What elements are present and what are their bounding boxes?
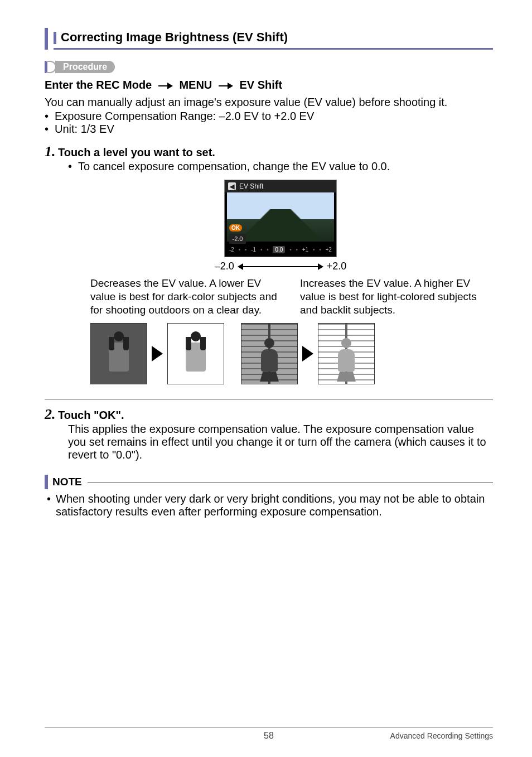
figure-silhouette (107, 331, 131, 384)
title-inner: Correcting Image Brightness (EV Shift) (54, 28, 493, 50)
scale-p1: +1 (302, 247, 308, 253)
explain-decrease: Decreases the EV value. A lower EV value… (90, 277, 283, 316)
step-1-sub-bullet: To cancel exposure compensation, change … (68, 160, 493, 173)
illus-backlit-before (241, 323, 298, 384)
screenshot-header: ◀ EV Shift (225, 180, 336, 192)
figure-silhouette (336, 338, 357, 383)
breadcrumb-part-3: EV Shift (239, 79, 282, 91)
page: Correcting Image Brightness (EV Shift) P… (0, 0, 532, 757)
title-accent-bar (45, 28, 48, 50)
explain-row: Decreases the EV value. A lower EV value… (90, 277, 493, 316)
figure-silhouette (183, 331, 208, 384)
arrow-icon (158, 83, 173, 89)
back-icon[interactable]: ◀ (228, 182, 236, 190)
page-title: Correcting Image Brightness (EV Shift) (61, 28, 288, 48)
axis-left-label: –2.0 (215, 261, 234, 272)
procedure-arc-decor (51, 61, 56, 73)
scale-n2: -2 (229, 247, 234, 253)
scale-n1: -1 (251, 247, 256, 253)
illus-dark-before (90, 323, 147, 384)
title-bar: Correcting Image Brightness (EV Shift) (45, 28, 493, 50)
footer: 58 Advanced Recording Settings (45, 727, 493, 740)
illus-group-decrease (90, 323, 224, 384)
step-2-text: This applies the exposure compensation v… (68, 423, 493, 461)
intro-text: You can manually adjust an image's expos… (45, 96, 493, 109)
breadcrumb-part-2: MENU (179, 79, 212, 91)
note-body: When shooting under very dark or very br… (47, 493, 493, 518)
arrow-icon (219, 83, 233, 89)
double-arrow-icon (239, 266, 322, 267)
scale-zero: 0.0 (273, 246, 285, 253)
scale-tick: • (313, 247, 315, 253)
ok-button[interactable]: OK (229, 224, 242, 232)
scale-p2: +2 (325, 247, 331, 253)
illus-backlit-after (318, 323, 375, 384)
axis-row: –2.0 +2.0 (215, 261, 347, 272)
page-number: 58 (264, 731, 274, 741)
scale-tick: • (267, 247, 269, 253)
explain-increase: Increases the EV value. A higher EV valu… (300, 277, 493, 316)
procedure-label: Procedure (55, 61, 115, 73)
bullet-exposure-range: Exposure Compensation Range: –2.0 EV to … (45, 110, 493, 123)
note-header: NOTE (45, 475, 493, 489)
arrow-icon (302, 346, 313, 361)
step-2: 2. Touch "OK". This applies the exposure… (45, 406, 493, 461)
step-1-body: To cancel exposure compensation, change … (68, 160, 493, 384)
intro-bullet-list: Exposure Compensation Range: –2.0 EV to … (45, 110, 493, 136)
scale-tick: • (289, 247, 292, 253)
bullet-unit: Unit: 1/3 EV (45, 123, 493, 136)
note-accent-bar (45, 475, 48, 489)
procedure-label-row: Procedure (45, 61, 493, 73)
ev-shift-screenshot: ◀ EV Shift OK -2.0 -2 • • -1 • • (224, 180, 337, 257)
divider (45, 399, 493, 399)
step-2-body: This applies the exposure compensation v… (68, 423, 493, 461)
screenshot-title: EV Shift (239, 182, 263, 190)
scale-tick: • (239, 247, 241, 253)
step-1-number: 1. (45, 143, 56, 160)
footer-section: Advanced Recording Settings (390, 731, 493, 740)
arrow-icon (152, 346, 163, 361)
scale-tick: • (260, 247, 263, 253)
note-label: NOTE (52, 476, 82, 488)
scale-tick: • (245, 247, 247, 253)
screenshot-wrap: ◀ EV Shift OK -2.0 -2 • • -1 • • (68, 180, 493, 272)
step-2-title: Touch "OK". (58, 409, 124, 421)
title-accent-bar-2 (54, 32, 56, 44)
breadcrumb: Enter the REC Mode MENU EV Shift (45, 79, 493, 91)
axis-right-label: +2.0 (327, 261, 347, 272)
figure-silhouette (259, 338, 280, 383)
screenshot-preview: OK -2.0 (227, 192, 334, 242)
illustration-row (90, 323, 493, 384)
breadcrumb-part-1: Enter the REC Mode (45, 79, 152, 91)
illus-group-increase (241, 323, 375, 384)
step-1-title: Touch a level you want to set. (58, 146, 215, 158)
step-1: 1. Touch a level you want to set. To can… (45, 143, 493, 384)
note-rule (88, 483, 493, 483)
ev-current-value: -2.0 (229, 234, 246, 244)
ev-scale[interactable]: -2 • • -1 • • 0.0 • • +1 • • +2 (225, 242, 336, 257)
scale-tick: • (296, 247, 298, 253)
illus-dark-after (167, 323, 224, 384)
scale-tick: • (319, 247, 321, 253)
step-2-number: 2. (45, 406, 56, 422)
